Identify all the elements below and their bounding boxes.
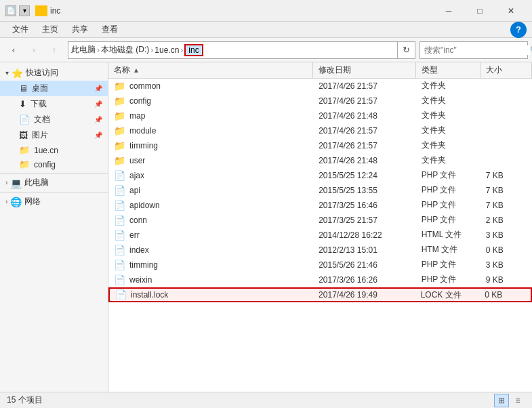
- menu-file[interactable]: 文件: [5, 22, 35, 37]
- menu-share[interactable]: 共享: [65, 22, 95, 37]
- search-input[interactable]: [420, 45, 530, 55]
- network-icon: 🌐: [10, 197, 22, 207]
- col-header-size[interactable]: 大小: [480, 62, 532, 79]
- file-cell-type: PHP 文件: [416, 259, 480, 270]
- quick-access-header[interactable]: ▾ ⭐ 快速访问: [0, 65, 108, 81]
- file-cell-date: 2015/5/25 13:55: [313, 186, 416, 195]
- file-row[interactable]: 📁 common 2017/4/26 21:57 文件夹: [108, 79, 532, 94]
- sidebar-item-downloads-label: 下载: [30, 98, 47, 110]
- view-details-button[interactable]: ⊞: [494, 394, 509, 407]
- network-header[interactable]: › 🌐 网络: [0, 194, 108, 209]
- file-name: common: [129, 81, 161, 91]
- network-label: 网络: [24, 196, 41, 207]
- sidebar-item-1uecn-label: 1ue.cn: [34, 146, 58, 155]
- col-date-label: 修改日期: [319, 64, 351, 76]
- sidebar-item-downloads[interactable]: ⬇ 下载 📌: [0, 96, 108, 112]
- main-content: ▾ ⭐ 快速访问 🖥 桌面 📌 ⬇ 下载 📌 📄 文档 📌 🖼 图片: [0, 62, 532, 392]
- help-button[interactable]: ?: [510, 22, 527, 38]
- col-header-type[interactable]: 类型: [416, 62, 480, 79]
- file-row[interactable]: 📄 api 2015/5/25 13:55 PHP 文件 7 KB: [108, 183, 532, 198]
- view-list-button[interactable]: ≡: [510, 394, 525, 407]
- sidebar-item-documents[interactable]: 📄 文档 📌: [0, 112, 108, 127]
- file-cell-date: 2015/5/26 21:46: [313, 260, 416, 270]
- window-title: inc: [50, 6, 433, 16]
- file-cell-name: 📁 user: [108, 155, 313, 166]
- status-bar: 15 个项目 ⊞ ≡: [0, 392, 532, 408]
- file-area: 名称 ▲ 修改日期 类型 大小 📁 common 2017/4/26 21:57…: [108, 62, 532, 392]
- col-header-name[interactable]: 名称 ▲: [108, 62, 313, 79]
- refresh-button[interactable]: ↻: [397, 42, 415, 58]
- menu-view[interactable]: 查看: [95, 22, 125, 37]
- file-type-icon: 📄: [114, 274, 125, 285]
- file-row[interactable]: 📄 weixin 2017/3/26 16:26 PHP 文件 9 KB: [108, 272, 532, 287]
- file-cell-date: 2017/4/26 21:57: [313, 96, 416, 106]
- sidebar-item-config[interactable]: 📁 config: [0, 157, 108, 171]
- file-cell-size: 0 KB: [480, 245, 532, 255]
- file-row[interactable]: 📁 module 2017/4/26 21:57 文件夹: [108, 123, 532, 138]
- file-row[interactable]: 📁 user 2017/4/26 21:48 文件夹: [108, 153, 532, 168]
- desktop-icon: 🖥: [19, 83, 28, 94]
- file-name: config: [129, 96, 151, 106]
- forward-button[interactable]: ›: [24, 41, 43, 60]
- address-bar[interactable]: 此电脑 › 本地磁盘 (D:) › 1ue.cn › inc ↻: [68, 41, 415, 59]
- file-cell-date: 2017/4/26 21:48: [313, 156, 416, 165]
- file-cell-name: 📄 conn: [108, 215, 313, 226]
- title-bar: 📄 ▾ inc ─ □ ✕: [0, 0, 532, 22]
- minimize-button[interactable]: ─: [433, 0, 464, 22]
- file-row[interactable]: 📄 err 2014/12/28 16:22 HTML 文件 3 KB: [108, 228, 532, 243]
- quick-access-section: ▾ ⭐ 快速访问 🖥 桌面 📌 ⬇ 下载 📌 📄 文档 📌 🖼 图片: [0, 65, 108, 171]
- file-cell-name: 📁 timming: [108, 140, 313, 151]
- sidebar-item-1uecn[interactable]: 📁 1ue.cn: [0, 143, 108, 157]
- breadcrumb-drive: 本地磁盘 (D:) ›: [101, 44, 155, 56]
- sidebar-divider-2: [0, 192, 108, 192]
- file-row[interactable]: 📄 ajax 2015/5/25 12:24 PHP 文件 7 KB: [108, 168, 532, 183]
- pin-icon-downloads: 📌: [94, 100, 102, 108]
- file-row[interactable]: 📄 apidown 2017/3/25 16:46 PHP 文件 7 KB: [108, 198, 532, 213]
- maximize-button[interactable]: □: [464, 0, 495, 22]
- file-name: index: [129, 245, 149, 255]
- title-controls: ─ □ ✕: [433, 0, 527, 22]
- menu-home[interactable]: 主页: [35, 22, 65, 37]
- quick-access-star-icon: ⭐: [12, 68, 23, 79]
- col-header-date[interactable]: 修改日期: [313, 62, 416, 79]
- file-cell-name: 📁 config: [108, 96, 313, 106]
- file-row[interactable]: 📁 config 2017/4/26 21:57 文件夹: [108, 94, 532, 108]
- computer-icon: 💻: [10, 178, 22, 188]
- quick-access-label: 快速访问: [26, 67, 58, 79]
- file-type-icon: 📁: [114, 96, 125, 106]
- this-pc-header[interactable]: › 💻 此电脑: [0, 175, 108, 190]
- breadcrumb-sep-2: ›: [150, 45, 153, 55]
- breadcrumb-sep-3: ›: [180, 45, 183, 55]
- documents-icon: 📄: [19, 115, 30, 125]
- file-row[interactable]: 📄 conn 2017/3/25 21:57 PHP 文件 2 KB: [108, 213, 532, 228]
- file-cell-date: 2014/12/28 16:22: [313, 230, 416, 240]
- file-type-icon: 📄: [114, 215, 125, 226]
- file-row[interactable]: 📁 timming 2017/4/26 21:57 文件夹: [108, 138, 532, 153]
- back-button[interactable]: ‹: [4, 41, 23, 60]
- close-button[interactable]: ✕: [495, 0, 527, 22]
- search-container[interactable]: 🔍: [420, 41, 528, 59]
- up-button[interactable]: ↑: [45, 41, 64, 60]
- sidebar-item-desktop[interactable]: 🖥 桌面 📌: [0, 81, 108, 96]
- sidebar-item-documents-label: 文档: [34, 114, 50, 125]
- file-cell-name: 📄 apidown: [108, 200, 313, 211]
- file-name: conn: [129, 216, 147, 225]
- file-name: module: [129, 126, 156, 136]
- sidebar-item-pictures-label: 图片: [32, 129, 48, 141]
- col-type-label: 类型: [422, 64, 438, 76]
- file-row[interactable]: 📄 timming 2015/5/26 21:46 PHP 文件 3 KB: [108, 258, 532, 272]
- sidebar-item-pictures[interactable]: 🖼 图片 📌: [0, 127, 108, 143]
- folder-icon-config: 📁: [19, 159, 30, 169]
- file-cell-date: 2017/4/26 21:57: [313, 81, 416, 91]
- file-row[interactable]: 📄 index 2012/2/13 15:01 HTM 文件 0 KB: [108, 243, 532, 258]
- status-count: 15 个项目: [7, 394, 43, 406]
- file-cell-name: 📁 module: [108, 125, 313, 136]
- file-row[interactable]: 📁 map 2017/4/26 21:48 文件夹: [108, 108, 532, 123]
- file-row[interactable]: 📄 install.lock 2017/4/26 19:49 LOCK 文件 0…: [108, 287, 532, 302]
- file-name: err: [129, 230, 140, 240]
- pin-icon-documents: 📌: [94, 116, 102, 123]
- breadcrumb-folder-label: 1ue.cn: [155, 45, 179, 55]
- file-cell-name: 📄 timming: [108, 260, 313, 270]
- breadcrumb-pc-label: 此电脑: [71, 44, 96, 56]
- file-cell-size: 0 KB: [479, 290, 531, 300]
